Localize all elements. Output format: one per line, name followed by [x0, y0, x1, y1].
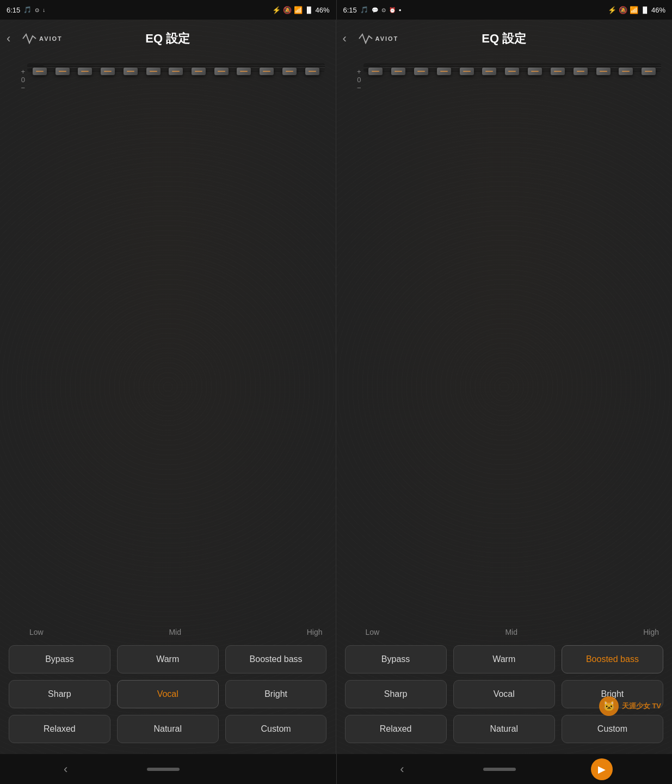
slider-thumb-right-7[interactable] — [505, 68, 519, 75]
aviot-logo-icon-left — [22, 33, 37, 44]
status-bar-right: 6:15 🎵 💬 ⊙ ⏰ ● ⚡ 🔕 📶 ▐▌ 46% — [336, 0, 673, 20]
slider-thumb-right-10[interactable] — [574, 68, 588, 75]
signal-icon-left: ▐▌ — [305, 7, 313, 13]
slider-thumb-left-5[interactable] — [124, 68, 138, 75]
eq-btn-sharp-btn-grid-right[interactable]: Sharp — [345, 680, 447, 708]
eq-x-labels-left: Low Mid High — [11, 624, 325, 636]
slider-thumb-left-7[interactable] — [169, 68, 183, 75]
nav-back-right[interactable]: ‹ — [396, 758, 408, 781]
eq-btn-natural-btn-grid-right[interactable]: Natural — [453, 715, 555, 743]
guide-line-1 — [44, 65, 325, 66]
eq-x-labels-right: Low Mid High — [347, 624, 662, 636]
eq-btn-sharp-btn-grid-left[interactable]: Sharp — [9, 680, 110, 708]
slider-thumb-right-1[interactable] — [368, 68, 383, 75]
eq-btn-bright-btn-grid-left[interactable]: Bright — [225, 680, 327, 708]
eq-btn-vocal-btn-grid-left[interactable]: Vocal — [117, 680, 219, 708]
eq-btn-bypass-btn-grid-right[interactable]: Bypass — [345, 645, 447, 673]
slider-thumb-left-10[interactable] — [237, 68, 251, 75]
bluetooth-icon-left: ⚡ — [272, 6, 281, 14]
eq-y-labels-left: + 0 − — [11, 63, 27, 96]
slider-thumb-right-11[interactable] — [596, 68, 611, 75]
page-title-right: EQ 設定 — [482, 30, 526, 47]
slider-thumb-left-9[interactable] — [214, 68, 229, 75]
eq-btn-relaxed-btn-grid-right[interactable]: Relaxed — [345, 715, 447, 743]
nav-play-button[interactable]: ▶ — [591, 758, 613, 780]
eq-minus-label-left: − — [11, 84, 27, 92]
slider-thumb-right-3[interactable] — [414, 68, 428, 75]
eq-btn-warm-btn-grid-right[interactable]: Warm — [453, 645, 555, 673]
messenger-icon: 💬 — [372, 7, 378, 13]
spotify-icon: 🎵 — [23, 6, 32, 14]
eq-area-left: + 0 − Low Mid High — [0, 58, 336, 636]
eq-label-mid-right: Mid — [505, 628, 517, 636]
slider-thumb-right-12[interactable] — [619, 68, 633, 75]
slider-thumb-right-4[interactable] — [437, 68, 451, 75]
watermark-icon: 🐱 — [599, 696, 619, 716]
slider-thumb-left-12[interactable] — [282, 68, 297, 75]
back-button-left[interactable]: ‹ — [7, 32, 10, 46]
buttons-area-right: BypassWarmBoosted bassSharpVocalBrightRe… — [336, 636, 673, 754]
slider-thumb-right-5[interactable] — [460, 68, 474, 75]
spotify-icon-r: 🎵 — [360, 6, 368, 14]
eq-btn-custom-btn-grid-left[interactable]: Custom — [225, 715, 327, 743]
slider-thumb-left-1[interactable] — [33, 68, 47, 75]
dot-icon: ● — [399, 8, 402, 13]
sliders-area-right — [363, 63, 662, 72]
top-bar-right: ‹ AVIOT EQ 設定 — [336, 20, 673, 58]
main-content: ‹ AVIOT EQ 設定 + 0 − — [0, 20, 672, 754]
aviot-logo-icon-right — [358, 33, 373, 44]
eq-btn-boosted_bass-btn-grid-right[interactable]: Boosted bass — [562, 645, 663, 673]
slider-thumb-right-8[interactable] — [528, 68, 542, 75]
slider-thumb-right-6[interactable] — [482, 68, 496, 75]
slider-thumb-left-13[interactable] — [305, 68, 319, 75]
mute-icon-right: 🔕 — [619, 6, 627, 14]
slider-thumb-right-2[interactable] — [391, 68, 405, 75]
time-right: 6:15 — [343, 6, 357, 14]
slider-thumb-left-11[interactable] — [260, 68, 274, 75]
eq-plus-label-right: + — [347, 68, 363, 76]
status-bar: 6:15 🎵 ⊙ ↓ ⚡ 🔕 📶 ▐▌ 46% 6:15 🎵 💬 ⊙ ⏰ ● ⚡… — [0, 0, 672, 20]
slider-thumb-left-6[interactable] — [146, 68, 161, 75]
slider-thumb-left-8[interactable] — [192, 68, 206, 75]
panel-left: ‹ AVIOT EQ 設定 + 0 − — [0, 20, 336, 754]
eq-label-mid-left: Mid — [169, 628, 181, 636]
eq-label-high-right: High — [643, 628, 659, 636]
eq-area-right: + 0 − Low Mid High — [336, 58, 673, 636]
eq-zero-label-right: 0 — [347, 76, 363, 84]
slider-thumb-left-3[interactable] — [78, 68, 92, 75]
eq-graph-right: + 0 − Low Mid High — [347, 63, 662, 636]
eq-graph-left: + 0 − Low Mid High — [11, 63, 325, 636]
guide-line-r1 — [380, 65, 662, 66]
slider-thumb-right-9[interactable] — [551, 68, 565, 75]
eq-label-low-right: Low — [366, 628, 380, 636]
eq-btn-warm-btn-grid-left[interactable]: Warm — [117, 645, 219, 673]
bluetooth-icon-right: ⚡ — [608, 6, 616, 14]
slider-thumb-left-2[interactable] — [56, 68, 70, 75]
eq-y-labels-right: + 0 − — [347, 63, 363, 96]
slider-thumb-right-13[interactable] — [642, 68, 656, 75]
eq-label-low-left: Low — [29, 628, 44, 636]
slider-thumb-left-4[interactable] — [101, 68, 115, 75]
back-button-right[interactable]: ‹ — [343, 32, 347, 46]
logo-text-left: AVIOT — [39, 35, 63, 42]
nav-back-left[interactable]: ‹ — [59, 758, 72, 781]
eq-btn-boosted_bass-btn-grid-left[interactable]: Boosted bass — [225, 645, 327, 673]
bottom-nav: ‹ ‹ ▶ — [0, 754, 672, 784]
eq-btn-custom-btn-grid-right[interactable]: Custom — [562, 715, 663, 743]
logo-left: AVIOT — [22, 33, 63, 44]
bottom-nav-right: ‹ ▶ — [336, 754, 673, 784]
btn-grid-left: BypassWarmBoosted bassSharpVocalBrightRe… — [9, 645, 327, 743]
eq-btn-relaxed-btn-grid-left[interactable]: Relaxed — [9, 715, 110, 743]
circle-icon: ⊙ — [35, 7, 39, 13]
logo-right: AVIOT — [358, 33, 399, 44]
time-left: 6:15 — [7, 6, 20, 14]
logo-text-right: AVIOT — [375, 35, 399, 42]
battery-icon-right: 46% — [651, 6, 665, 14]
eq-btn-bypass-btn-grid-left[interactable]: Bypass — [9, 645, 110, 673]
eq-btn-vocal-btn-grid-right[interactable]: Vocal — [453, 680, 555, 708]
eq-btn-natural-btn-grid-left[interactable]: Natural — [117, 715, 219, 743]
bottom-nav-left: ‹ — [0, 754, 336, 784]
clock-icon: ⏰ — [389, 7, 396, 13]
wifi-icon-right: 📶 — [630, 6, 638, 14]
nav-pill-left — [147, 768, 180, 771]
